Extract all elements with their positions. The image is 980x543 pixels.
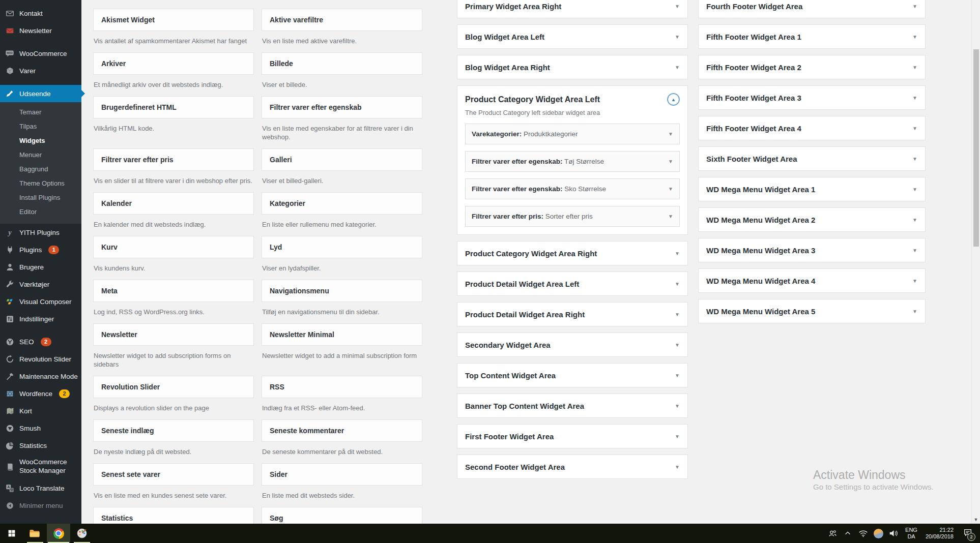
widget-card-statistics[interactable]: Statistics (93, 507, 254, 524)
sidebar-item-seo[interactable]: SEO2 (0, 333, 81, 350)
widget-title: Senest sete varer (101, 470, 160, 478)
area-widget-filtrer-varer-efter-pris-sorter-efter-pris[interactable]: Filtrer varer efter pris: Sorter efter p… (465, 206, 680, 227)
widget-area-wd-mega-menu-widget-area-5[interactable]: WD Mega Menu Widget Area 5▼ (698, 299, 926, 323)
sidebar-item-woocommerce[interactable]: WOOWooCommerce (0, 45, 81, 62)
widget-area-first-footer-widget-area[interactable]: First Footer Widget Area▼ (457, 424, 688, 448)
widget-card-seneste-indlæg[interactable]: Seneste indlæg (93, 419, 254, 442)
widget-area-fifth-footer-widget-area-3[interactable]: Fifth Footer Widget Area 3▼ (698, 85, 926, 110)
widget-area-second-footer-widget-area[interactable]: Second Footer Widget Area▼ (457, 455, 688, 479)
widget-card-sider[interactable]: Sider (262, 463, 422, 486)
widget-area-fifth-footer-widget-area-1[interactable]: Fifth Footer Widget Area 1▼ (698, 24, 926, 49)
sidebar-subitem-tilpas[interactable]: Tilpas (0, 119, 81, 134)
widget-area-primary-widget-area-right[interactable]: Primary Widget Area Right▼ (457, 0, 688, 18)
widget-card-newsletter[interactable]: Newsletter (93, 323, 254, 346)
sidebar-item-kort[interactable]: Kort (0, 402, 81, 419)
sidebar-subitem-baggrund[interactable]: Baggrund (0, 162, 81, 176)
widget-card-rss[interactable]: RSS (262, 376, 422, 398)
widget-card-meta[interactable]: Meta (93, 280, 254, 302)
widget-card-newsletter-minimal[interactable]: Newsletter Minimal (262, 323, 422, 346)
sidebar-item-kontakt[interactable]: Kontakt (0, 5, 81, 22)
widget-card-senest-sete-varer[interactable]: Senest sete varer (93, 463, 254, 486)
widget-area-sixth-footer-widget-area[interactable]: Sixth Footer Widget Area▼ (698, 146, 926, 171)
widget-card-arkiver[interactable]: Arkiver (93, 52, 254, 75)
widget-card-søg[interactable]: Søg (262, 507, 422, 524)
taskbar-app-paint[interactable] (70, 524, 94, 543)
widget-card-filtrer-varer-efter-egenskab[interactable]: Filtrer varer efter egenskab (262, 96, 422, 118)
widget-card-filtrer-varer-efter-pris[interactable]: Filtrer varer efter pris (93, 148, 254, 171)
widget-area-product-detail-widget-area-left[interactable]: Product Detail Widget Area Left▼ (457, 272, 688, 296)
widget-card-galleri[interactable]: Galleri (262, 148, 422, 171)
start-button[interactable] (0, 524, 23, 543)
widget-card-navigationsmenu[interactable]: Navigationsmenu (262, 280, 422, 302)
sidebar-item-maintenance-mode[interactable]: Maintenance Mode (0, 368, 81, 385)
widget-card-billede[interactable]: Billede (262, 52, 422, 75)
action-center-button[interactable]: 2 (958, 524, 978, 543)
sidebar-item-label: Newsletter (19, 27, 52, 35)
widget-area-fourth-footer-widget-area[interactable]: Fourth Footer Widget Area▼ (698, 0, 926, 18)
widget-card-revolution-slider[interactable]: Revolution Slider (93, 376, 254, 398)
sidebar-subitem-menuer[interactable]: Menuer (0, 148, 81, 162)
taskbar-app-file-explorer[interactable] (23, 524, 47, 543)
widget-area-product-detail-widget-area-right[interactable]: Product Detail Widget Area Right▼ (457, 302, 688, 326)
widget-area-top-content-widget-area[interactable]: Top Content Widget Area▼ (457, 363, 688, 387)
sidebar-subitem-install-plugins[interactable]: Install Plugins (0, 191, 81, 205)
area-widget-filtrer-varer-efter-egenskab-tøj-størrelse[interactable]: Filtrer varer efter egenskab: Tøj Større… (465, 151, 680, 172)
sidebar-item-revolution-slider[interactable]: Revolution Slider (0, 350, 81, 368)
sidebar-item-indstillinger[interactable]: Indstillinger (0, 310, 81, 327)
sidebar-item-værktøjer[interactable]: Værktøjer (0, 276, 81, 293)
widget-area-wd-mega-menu-widget-area-4[interactable]: WD Mega Menu Widget Area 4▼ (698, 268, 926, 293)
language-switcher[interactable]: ENG DA (901, 527, 921, 540)
people-button[interactable] (825, 524, 840, 543)
scroll-down-arrow-icon[interactable]: ▼ (972, 517, 980, 522)
widget-card-kategorier[interactable]: Kategorier (262, 192, 422, 215)
widget-area-header[interactable]: Product Category Widget Area Left▲ (465, 93, 680, 106)
widget-area-blog-widget-area-left[interactable]: Blog Widget Area Left▼ (457, 24, 688, 49)
area-widget-varekategorier-produktkategorier[interactable]: Varekategorier: Produktkategorier▼ (465, 124, 680, 144)
widget-area-fifth-footer-widget-area-2[interactable]: Fifth Footer Widget Area 2▼ (698, 55, 926, 79)
sidebar-item-brugere[interactable]: Brugere (0, 258, 81, 276)
taskbar-app-chrome[interactable] (47, 524, 70, 543)
sidebar-item-woocommerce-stock-manager[interactable]: WooCommerce Stock Manager (0, 454, 81, 479)
sidebar-item-varer[interactable]: Varer (0, 62, 81, 79)
collapse-icon (5, 501, 15, 510)
widget-area-fifth-footer-widget-area-4[interactable]: Fifth Footer Widget Area 4▼ (698, 116, 926, 140)
widget-card-aktive-varefiltre[interactable]: Aktive varefiltre (262, 9, 422, 31)
widget-area-wd-mega-menu-widget-area-3[interactable]: WD Mega Menu Widget Area 3▼ (698, 238, 926, 262)
scrollbar-thumb[interactable] (973, 49, 979, 247)
sidebar-item-statistics[interactable]: Statistics (0, 437, 81, 454)
widget-area-secondary-widget-area[interactable]: Secondary Widget Area▼ (457, 333, 688, 357)
widget-area-banner-top-content-widget-area[interactable]: Banner Top Content Widget Area▼ (457, 394, 688, 418)
widget-area-title: Secondary Widget Area (465, 341, 551, 349)
sidebar-item-visual-composer[interactable]: Visual Composer (0, 293, 81, 310)
sidebar-item-wordfence[interactable]: Wordfence2 (0, 385, 81, 402)
sidebar-item-smush[interactable]: Smush (0, 419, 81, 437)
sidebar-item-newsletter[interactable]: Newsletter (0, 22, 81, 39)
sidebar-subitem-temaer[interactable]: Temaer (0, 105, 81, 119)
widget-area-wd-mega-menu-widget-area-1[interactable]: WD Mega Menu Widget Area 1▼ (698, 177, 926, 201)
widget-card-brugerdefineret-html[interactable]: Brugerdefineret HTML (93, 96, 254, 118)
sidebar-item-minimer-menu[interactable]: Minimer menu (0, 497, 81, 514)
widget-card-kurv[interactable]: Kurv (93, 236, 254, 258)
sidebar-item-udseende[interactable]: Udseende (0, 85, 81, 102)
area-widget-filtrer-varer-efter-egenskab-sko-størrelse[interactable]: Filtrer varer efter egenskab: Sko Større… (465, 178, 680, 199)
clock[interactable]: 21:22 20/08/2018 (921, 527, 958, 540)
widget-area-wd-mega-menu-widget-area-2[interactable]: WD Mega Menu Widget Area 2▼ (698, 207, 926, 232)
sidebar-item-yith-plugins[interactable]: yYITH Plugins (0, 224, 81, 241)
widget-card-kalender[interactable]: Kalender (93, 192, 254, 215)
sidebar-subitem-widgets[interactable]: Widgets (0, 134, 81, 148)
sidebar-item-loco-translate[interactable]: ALoco Translate (0, 479, 81, 497)
widget-card-seneste-kommentarer[interactable]: Seneste kommentarer (262, 419, 422, 442)
widget-card-lyd[interactable]: Lyd (262, 236, 422, 258)
sidebar-item-plugins[interactable]: Plugins1 (0, 241, 81, 258)
widget-area-blog-widget-area-right[interactable]: Blog Widget Area Right▼ (457, 55, 688, 79)
collapse-toggle-button[interactable]: ▲ (667, 93, 680, 106)
speaker-button[interactable] (886, 524, 901, 543)
chevron-up-button[interactable] (840, 524, 855, 543)
color-profile-button[interactable] (871, 524, 886, 543)
wifi-button[interactable] (855, 524, 871, 543)
sidebar-subitem-editor[interactable]: Editor (0, 205, 81, 219)
vertical-scrollbar[interactable]: ▼ (971, 0, 980, 524)
widget-area-product-category-widget-area-right[interactable]: Product Category Widget Area Right▼ (457, 241, 688, 265)
widget-card-akismet-widget[interactable]: Akismet Widget (93, 9, 254, 31)
sidebar-subitem-theme-options[interactable]: Theme Options (0, 176, 81, 191)
